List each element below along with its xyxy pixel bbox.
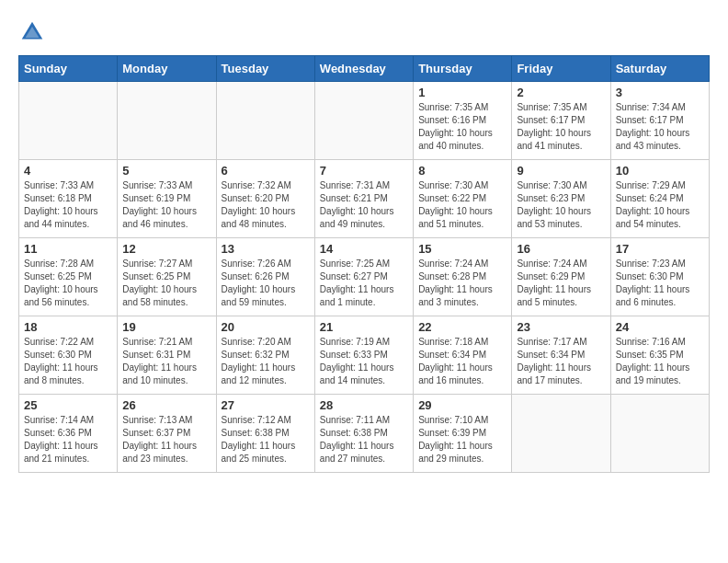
day-detail: Sunrise: 7:34 AM Sunset: 6:17 PM Dayligh… [616, 101, 704, 153]
day-detail: Sunrise: 7:20 AM Sunset: 6:32 PM Dayligh… [222, 336, 310, 387]
day-detail: Sunrise: 7:21 AM Sunset: 6:31 PM Dayligh… [122, 336, 210, 387]
calendar-body: 1Sunrise: 7:35 AM Sunset: 6:16 PM Daylig… [19, 82, 710, 473]
logo [18, 18, 50, 46]
day-number: 11 [24, 242, 112, 256]
day-detail: Sunrise: 7:11 AM Sunset: 6:38 PM Dayligh… [320, 414, 408, 465]
day-cell: 12Sunrise: 7:27 AM Sunset: 6:25 PM Dayli… [118, 238, 216, 316]
day-detail: Sunrise: 7:29 AM Sunset: 6:24 PM Dayligh… [616, 179, 704, 231]
day-cell [314, 82, 413, 160]
day-cell: 5Sunrise: 7:33 AM Sunset: 6:19 PM Daylig… [118, 160, 216, 238]
day-cell: 29Sunrise: 7:10 AM Sunset: 6:39 PM Dayli… [414, 395, 512, 473]
day-number: 16 [517, 242, 605, 256]
day-detail: Sunrise: 7:18 AM Sunset: 6:34 PM Dayligh… [418, 336, 506, 387]
day-cell: 17Sunrise: 7:23 AM Sunset: 6:30 PM Dayli… [610, 238, 709, 316]
page-header [18, 18, 710, 46]
day-detail: Sunrise: 7:27 AM Sunset: 6:25 PM Dayligh… [122, 258, 210, 309]
day-number: 28 [320, 398, 408, 412]
day-detail: Sunrise: 7:33 AM Sunset: 6:18 PM Dayligh… [24, 179, 112, 231]
header-cell-monday: Monday [118, 56, 216, 82]
day-cell: 23Sunrise: 7:17 AM Sunset: 6:34 PM Dayli… [512, 316, 610, 395]
day-cell: 16Sunrise: 7:24 AM Sunset: 6:29 PM Dayli… [512, 238, 610, 316]
day-detail: Sunrise: 7:32 AM Sunset: 6:20 PM Dayligh… [222, 179, 310, 231]
calendar-header: SundayMondayTuesdayWednesdayThursdayFrid… [19, 56, 710, 82]
day-cell: 26Sunrise: 7:13 AM Sunset: 6:37 PM Dayli… [118, 395, 216, 473]
day-cell: 6Sunrise: 7:32 AM Sunset: 6:20 PM Daylig… [216, 160, 314, 238]
day-number: 10 [616, 164, 704, 178]
day-detail: Sunrise: 7:31 AM Sunset: 6:21 PM Dayligh… [320, 179, 408, 231]
day-number: 2 [517, 86, 605, 99]
day-number: 20 [222, 320, 310, 334]
header-cell-wednesday: Wednesday [314, 56, 413, 82]
day-cell: 22Sunrise: 7:18 AM Sunset: 6:34 PM Dayli… [414, 316, 512, 395]
day-number: 17 [616, 242, 704, 256]
day-cell: 18Sunrise: 7:22 AM Sunset: 6:30 PM Dayli… [19, 316, 118, 395]
day-detail: Sunrise: 7:35 AM Sunset: 6:16 PM Dayligh… [418, 101, 506, 153]
day-detail: Sunrise: 7:10 AM Sunset: 6:39 PM Dayligh… [418, 414, 506, 465]
day-cell: 19Sunrise: 7:21 AM Sunset: 6:31 PM Dayli… [118, 316, 216, 395]
day-number: 21 [320, 320, 408, 334]
day-detail: Sunrise: 7:22 AM Sunset: 6:30 PM Dayligh… [24, 336, 112, 387]
day-number: 26 [122, 398, 210, 412]
day-cell [216, 82, 314, 160]
day-number: 12 [122, 242, 210, 256]
week-row-2: 11Sunrise: 7:28 AM Sunset: 6:25 PM Dayli… [19, 238, 710, 316]
day-number: 27 [222, 398, 310, 412]
day-number: 19 [122, 320, 210, 334]
day-cell [118, 82, 216, 160]
day-cell: 4Sunrise: 7:33 AM Sunset: 6:18 PM Daylig… [19, 160, 118, 238]
day-detail: Sunrise: 7:13 AM Sunset: 6:37 PM Dayligh… [122, 414, 210, 465]
day-detail: Sunrise: 7:24 AM Sunset: 6:29 PM Dayligh… [517, 258, 605, 309]
header-cell-saturday: Saturday [610, 56, 709, 82]
header-row: SundayMondayTuesdayWednesdayThursdayFrid… [19, 56, 710, 82]
day-cell: 15Sunrise: 7:24 AM Sunset: 6:28 PM Dayli… [414, 238, 512, 316]
day-detail: Sunrise: 7:28 AM Sunset: 6:25 PM Dayligh… [24, 258, 112, 309]
day-detail: Sunrise: 7:30 AM Sunset: 6:23 PM Dayligh… [517, 179, 605, 231]
day-cell: 2Sunrise: 7:35 AM Sunset: 6:17 PM Daylig… [512, 82, 610, 160]
day-detail: Sunrise: 7:19 AM Sunset: 6:33 PM Dayligh… [320, 336, 408, 387]
day-cell: 1Sunrise: 7:35 AM Sunset: 6:16 PM Daylig… [414, 82, 512, 160]
day-number: 5 [122, 164, 210, 178]
day-cell: 11Sunrise: 7:28 AM Sunset: 6:25 PM Dayli… [19, 238, 118, 316]
day-cell: 28Sunrise: 7:11 AM Sunset: 6:38 PM Dayli… [314, 395, 413, 473]
day-number: 22 [418, 320, 506, 334]
calendar-table: SundayMondayTuesdayWednesdayThursdayFrid… [18, 55, 710, 473]
day-cell: 20Sunrise: 7:20 AM Sunset: 6:32 PM Dayli… [216, 316, 314, 395]
day-number: 24 [616, 320, 704, 334]
day-cell: 24Sunrise: 7:16 AM Sunset: 6:35 PM Dayli… [610, 316, 709, 395]
day-cell: 9Sunrise: 7:30 AM Sunset: 6:23 PM Daylig… [512, 160, 610, 238]
day-number: 23 [517, 320, 605, 334]
day-detail: Sunrise: 7:33 AM Sunset: 6:19 PM Dayligh… [122, 179, 210, 231]
header-cell-sunday: Sunday [19, 56, 118, 82]
week-row-3: 18Sunrise: 7:22 AM Sunset: 6:30 PM Dayli… [19, 316, 710, 395]
day-detail: Sunrise: 7:30 AM Sunset: 6:22 PM Dayligh… [418, 179, 506, 231]
day-detail: Sunrise: 7:25 AM Sunset: 6:27 PM Dayligh… [320, 258, 408, 309]
day-detail: Sunrise: 7:24 AM Sunset: 6:28 PM Dayligh… [418, 258, 506, 309]
day-detail: Sunrise: 7:26 AM Sunset: 6:26 PM Dayligh… [222, 258, 310, 309]
day-cell: 13Sunrise: 7:26 AM Sunset: 6:26 PM Dayli… [216, 238, 314, 316]
day-detail: Sunrise: 7:17 AM Sunset: 6:34 PM Dayligh… [517, 336, 605, 387]
day-number: 6 [222, 164, 310, 178]
day-cell [19, 82, 118, 160]
day-number: 29 [418, 398, 506, 412]
day-cell [512, 395, 610, 473]
day-cell: 25Sunrise: 7:14 AM Sunset: 6:36 PM Dayli… [19, 395, 118, 473]
day-detail: Sunrise: 7:23 AM Sunset: 6:30 PM Dayligh… [616, 258, 704, 309]
day-cell [610, 395, 709, 473]
day-number: 1 [418, 86, 506, 99]
week-row-1: 4Sunrise: 7:33 AM Sunset: 6:18 PM Daylig… [19, 160, 710, 238]
day-detail: Sunrise: 7:14 AM Sunset: 6:36 PM Dayligh… [24, 414, 112, 465]
day-number: 25 [24, 398, 112, 412]
header-cell-tuesday: Tuesday [216, 56, 314, 82]
day-number: 7 [320, 164, 408, 178]
day-number: 9 [517, 164, 605, 178]
day-cell: 27Sunrise: 7:12 AM Sunset: 6:38 PM Dayli… [216, 395, 314, 473]
day-number: 15 [418, 242, 506, 256]
logo-icon [18, 18, 46, 46]
header-cell-thursday: Thursday [414, 56, 512, 82]
day-cell: 3Sunrise: 7:34 AM Sunset: 6:17 PM Daylig… [610, 82, 709, 160]
day-cell: 8Sunrise: 7:30 AM Sunset: 6:22 PM Daylig… [414, 160, 512, 238]
day-detail: Sunrise: 7:12 AM Sunset: 6:38 PM Dayligh… [222, 414, 310, 465]
week-row-4: 25Sunrise: 7:14 AM Sunset: 6:36 PM Dayli… [19, 395, 710, 473]
day-detail: Sunrise: 7:35 AM Sunset: 6:17 PM Dayligh… [517, 101, 605, 153]
day-number: 13 [222, 242, 310, 256]
